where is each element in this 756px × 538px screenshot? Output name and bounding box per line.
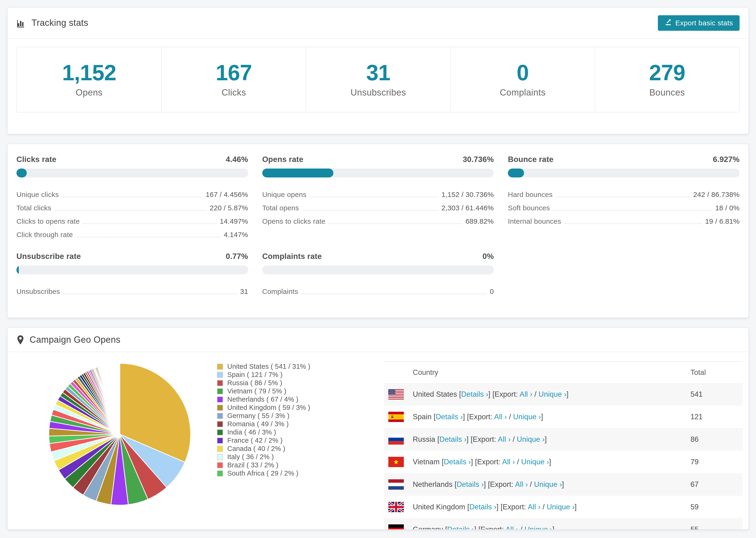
rate-row-label: Unique opens [262, 190, 307, 198]
rate-row: Unique clicks167 / 4.456% [17, 188, 248, 201]
legend-label: France ( 42 / 2% ) [227, 437, 283, 444]
stat-value: 1,152 [62, 62, 116, 84]
export-unique-link[interactable]: Unique › [524, 525, 553, 530]
legend-label: India ( 46 / 3% ) [227, 428, 276, 436]
country-cell: United Kingdom [Details ›] [Export: All … [413, 503, 577, 511]
details-link[interactable]: Details › [444, 458, 471, 466]
legend-label: Russia ( 86 / 5% ) [227, 379, 282, 387]
stat-label: Unsubscribes [351, 87, 406, 98]
stat-box: 31Unsubscribes [306, 47, 450, 112]
rate-row: Total opens2,303 / 61.446% [262, 201, 494, 215]
details-link[interactable]: Details › [457, 480, 484, 488]
rate-value: 4.46% [226, 155, 248, 164]
rate-value: 30.736% [463, 155, 494, 164]
legend-item: Germany ( 55 / 3% ) [217, 412, 310, 420]
legend-swatch [217, 405, 223, 411]
bracket-text: ] [Export: [463, 413, 494, 421]
rate-row-label: Clicks to opens rate [17, 217, 80, 225]
legend-label: Italy ( 36 / 2% ) [227, 453, 274, 461]
progress-fill [17, 265, 19, 274]
leader-dots [62, 197, 203, 197]
rate-row: Unsubscribes31 [17, 285, 248, 298]
legend-swatch [217, 372, 223, 378]
export-all-link[interactable]: All › [515, 480, 528, 488]
stat-value: 279 [649, 62, 685, 84]
rate-row-value: 167 / 4.456% [206, 190, 248, 198]
bracket-text: / [518, 525, 524, 530]
bar-chart-icon [17, 18, 26, 28]
stat-label: Opens [76, 87, 102, 98]
export-all-link[interactable]: All › [498, 435, 511, 443]
stat-box: 279Bounces [595, 47, 739, 112]
column-header-total: Total [690, 368, 706, 377]
export-all-link[interactable]: All › [502, 458, 515, 466]
bracket-text: / [532, 390, 538, 398]
export-unique-link[interactable]: Unique › [521, 458, 549, 466]
legend-item: Spain ( 121 / 7% ) [217, 371, 310, 379]
table-row: Russia [Details ›] [Export: All › / Uniq… [384, 428, 743, 451]
rate-title: Unsubscribe rate [17, 252, 81, 261]
export-basic-stats-button[interactable]: Export basic stats [658, 15, 739, 31]
legend-label: Germany ( 55 / 3% ) [227, 412, 290, 420]
geo-body: United States ( 541 / 31% )Spain ( 121 /… [8, 352, 748, 523]
export-all-link[interactable]: All › [494, 413, 507, 421]
details-link[interactable]: Details › [436, 413, 463, 421]
legend-swatch [217, 470, 223, 476]
country-cell: Spain [Details ›] [Export: All › / Uniqu… [413, 413, 543, 421]
tracking-stats-card: Tracking stats Export basic stats 1,152O… [7, 7, 749, 134]
legend-item: Romania ( 49 / 3% ) [217, 420, 310, 428]
rate-title: Opens rate [262, 155, 303, 164]
leader-dots [556, 197, 690, 197]
export-unique-link[interactable]: Unique › [539, 390, 567, 398]
rate-rows: Unique opens1,152 / 30.736%Total opens2,… [262, 188, 494, 228]
total-value: 121 [690, 413, 703, 421]
legend-label: South Africa ( 29 / 2% ) [227, 469, 298, 477]
legend-label: Spain ( 121 / 7% ) [227, 371, 283, 379]
legend-item: United States ( 541 / 31% ) [217, 362, 310, 371]
bracket-text: / [507, 413, 513, 421]
stat-label: Clicks [222, 87, 246, 98]
bracket-text: ] [Export: [474, 525, 506, 530]
rate-row: Soft bounces18 / 0% [508, 201, 739, 215]
total-value: 59 [690, 503, 698, 511]
bracket-text: [ [467, 503, 469, 511]
rate-rows: Unsubscribes31 [17, 285, 248, 298]
legend-label: United States ( 541 / 31% ) [227, 363, 310, 370]
export-all-link[interactable]: All › [519, 390, 532, 398]
rate-panel: Unsubscribe rate0.77%Unsubscribes31 [17, 252, 248, 298]
details-link[interactable]: Details › [440, 435, 467, 443]
legend-label: Romania ( 49 / 3% ) [227, 420, 289, 428]
details-link[interactable]: Details › [447, 525, 474, 530]
export-all-link[interactable]: All › [528, 503, 540, 511]
export-unique-link[interactable]: Unique › [513, 413, 541, 421]
campaign-geo-opens-card: Campaign Geo Opens United States ( 541 /… [7, 327, 749, 530]
export-unique-link[interactable]: Unique › [547, 503, 575, 511]
total-value: 55 [690, 525, 698, 530]
rate-row-label: Unique clicks [17, 190, 59, 198]
legend-swatch [217, 462, 223, 468]
leader-dots [329, 224, 462, 224]
bracket-text: ] [Export: [488, 390, 519, 398]
progress-bar [17, 265, 248, 274]
leader-dots [310, 197, 438, 197]
us-flag-icon [388, 389, 404, 400]
bracket-text: [ [437, 435, 440, 443]
export-unique-link[interactable]: Unique › [534, 480, 562, 488]
legend-swatch [217, 438, 223, 444]
details-link[interactable]: Details › [469, 503, 497, 511]
table-row: Spain [Details ›] [Export: All › / Uniqu… [384, 405, 743, 428]
total-value: 79 [690, 458, 698, 466]
export-all-link[interactable]: All › [506, 525, 518, 530]
details-link[interactable]: Details › [461, 390, 488, 398]
ru-flag-icon [388, 434, 404, 445]
legend-item: Brazil ( 33 / 2% ) [217, 461, 310, 469]
rate-row-value: 14.497% [220, 217, 248, 225]
legend-swatch [217, 446, 223, 452]
table-header-row: Country Total [384, 362, 743, 383]
bracket-text: ] [567, 390, 568, 398]
rate-title: Clicks rate [17, 155, 56, 164]
bracket-text: ] [Export: [484, 480, 515, 488]
leader-dots [83, 224, 216, 224]
export-unique-link[interactable]: Unique › [517, 435, 545, 443]
legend-label: Canada ( 40 / 2% ) [227, 445, 285, 453]
